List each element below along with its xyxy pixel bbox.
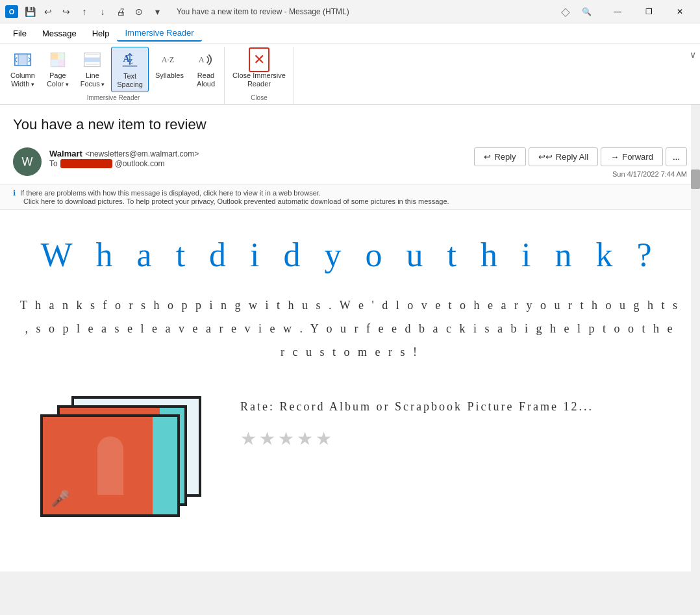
reply-icon: ↩ [484, 152, 491, 162]
close-group-label: Close [227, 92, 291, 104]
read-aloud-button[interactable]: A ReadAloud [190, 47, 221, 91]
email-area: You have a new item to review W Walmart … [0, 105, 700, 571]
dropdown-arrow[interactable]: ▾ [149, 4, 165, 19]
down-button[interactable]: ↓ [95, 4, 110, 19]
reply-button[interactable]: ↩ Reply [474, 147, 525, 166]
ribbon-buttons-close: ✕ Close ImmersiveReader [227, 47, 291, 92]
download-text: Click here to download pictures. To help… [23, 197, 449, 205]
close-button[interactable]: ✕ [665, 0, 695, 23]
star-1[interactable]: ★ [240, 428, 256, 449]
star-3[interactable]: ★ [278, 428, 294, 449]
sender-name-row: Walmart <newsletters@em.walmart.com> [49, 147, 199, 159]
reply-all-icon: ↩↩ [538, 152, 553, 162]
title-bar: O 💾 ↩ ↪ ↑ ↓ 🖨 ⊙ ▾ You have a new item to… [0, 0, 700, 23]
info-icon: ℹ [13, 189, 16, 197]
page-color-button[interactable]: PageColor [42, 47, 74, 91]
minimize-button[interactable]: — [603, 0, 632, 23]
text-spacing-icon: A Z [119, 50, 140, 71]
page-color-icon [47, 49, 68, 70]
teal-accent-front [153, 417, 177, 514]
right-meta: ↩ Reply ↩↩ Reply All → Forward ... [474, 147, 687, 178]
scrollbar-thumb[interactable] [691, 169, 700, 189]
close-immersive-icon: ✕ [249, 49, 269, 70]
email-domain: @outlook.com [115, 159, 165, 168]
line-focus-button[interactable]: LineFocus [75, 47, 110, 91]
close-immersive-reader-button[interactable]: ✕ Close ImmersiveReader [227, 47, 291, 91]
column-width-button[interactable]: ColumnWidth [5, 47, 40, 91]
redo-button[interactable]: ↪ [58, 4, 74, 19]
sender-info: W Walmart <newsletters@em.walmart.com> T… [13, 147, 199, 176]
column-width-icon [12, 49, 33, 70]
reply-all-label: Reply All [556, 152, 589, 162]
circle-button[interactable]: ⊙ [131, 4, 147, 19]
info-text: If there are problems with how this mess… [20, 189, 321, 197]
reply-label: Reply [494, 152, 516, 162]
reply-all-button[interactable]: ↩↩ Reply All [529, 147, 599, 166]
title-bar-left: O 💾 ↩ ↪ ↑ ↓ 🖨 ⊙ ▾ You have a new item to… [5, 4, 357, 19]
to-label: To [49, 159, 58, 168]
print-button[interactable]: 🖨 [113, 4, 129, 19]
menu-message[interactable]: Message [34, 26, 84, 41]
main-content: You have a new item to review W Walmart … [0, 105, 700, 571]
email-paragraph-text: T h a n k s f o r s h o p p i n g w i t … [20, 299, 680, 358]
email-headline: W h a t d i d y o u t h i n k ? [19, 236, 681, 274]
scrollbar-track[interactable] [691, 105, 700, 571]
svg-rect-10 [58, 60, 65, 67]
sender-email: <newsletters@em.walmart.com> [85, 149, 199, 158]
syllables-button[interactable]: A·Z Syllables [150, 47, 189, 82]
search-button[interactable]: 🔍 [571, 0, 601, 23]
ribbon-buttons-immersive: ColumnWidth PageColor [5, 47, 221, 92]
product-section: 🎤 Rate: Record Album or Scrapbook Pictur… [19, 390, 681, 533]
svg-rect-12 [84, 58, 101, 62]
sender-name: Walmart [49, 149, 82, 158]
ribbon-expand-button[interactable]: ∨ [686, 47, 700, 104]
forward-icon: → [610, 152, 619, 162]
sender-details: Walmart <newsletters@em.walmart.com> To … [49, 147, 199, 168]
mic-icon: 🎤 [51, 490, 70, 508]
svg-rect-1 [18, 54, 27, 66]
stars-row: ★ ★ ★ ★ ★ [240, 428, 668, 449]
immersive-reader-group-label: Immersive Reader [5, 92, 221, 104]
figure-silhouette [97, 436, 123, 495]
frame-front: 🎤 [40, 414, 180, 517]
forward-button[interactable]: → Forward [601, 147, 663, 166]
close-immersive-label: Close ImmersiveReader [232, 71, 286, 88]
menu-immersive-reader[interactable]: Immersive Reader [117, 25, 201, 42]
outlook-icon: O [5, 5, 18, 18]
svg-rect-8 [58, 53, 65, 60]
menu-file[interactable]: File [5, 26, 34, 41]
title-bar-right: ◇ 🔍 — ❐ ✕ [561, 0, 695, 23]
star-4[interactable]: ★ [297, 428, 313, 449]
menu-bar: File Message Help Immersive Reader [0, 23, 700, 44]
product-info: Rate: Record Album or Scrapbook Picture … [240, 396, 668, 449]
up-button[interactable]: ↑ [77, 4, 92, 19]
svg-text:A: A [199, 55, 205, 64]
save-button[interactable]: 💾 [22, 4, 38, 19]
text-spacing-button[interactable]: A Z TextSpacing [111, 47, 149, 92]
syllables-icon: A·Z [159, 49, 180, 70]
maximize-button[interactable]: ❐ [634, 0, 664, 23]
column-width-label: ColumnWidth [10, 71, 35, 88]
email-subject: You have a new item to review [0, 105, 700, 141]
email-date: Sun 4/17/2022 7:44 AM [612, 170, 687, 178]
info-bar: ℹ If there are problems with how this me… [0, 184, 700, 210]
diamond-icon: ◇ [561, 5, 570, 19]
more-icon: ... [673, 152, 680, 162]
line-focus-icon [82, 49, 103, 70]
read-aloud-icon: A [195, 49, 216, 70]
more-options-button[interactable]: ... [666, 147, 687, 166]
sender-to-row: To @outlook.com [49, 159, 199, 168]
line-focus-label: LineFocus [81, 71, 105, 88]
ribbon-group-close: ✕ Close ImmersiveReader Close [225, 47, 294, 104]
window-title: You have a new item to review - Message … [177, 7, 349, 16]
menu-help[interactable]: Help [84, 26, 118, 41]
forward-label: Forward [622, 152, 653, 162]
page-color-label: PageColor [47, 71, 69, 88]
svg-rect-7 [51, 53, 58, 60]
star-2[interactable]: ★ [259, 428, 275, 449]
svg-text:A·Z: A·Z [162, 55, 174, 64]
star-5[interactable]: ★ [316, 428, 332, 449]
undo-button[interactable]: ↩ [40, 4, 56, 19]
svg-rect-9 [51, 60, 58, 67]
syllables-label: Syllables [155, 71, 184, 80]
